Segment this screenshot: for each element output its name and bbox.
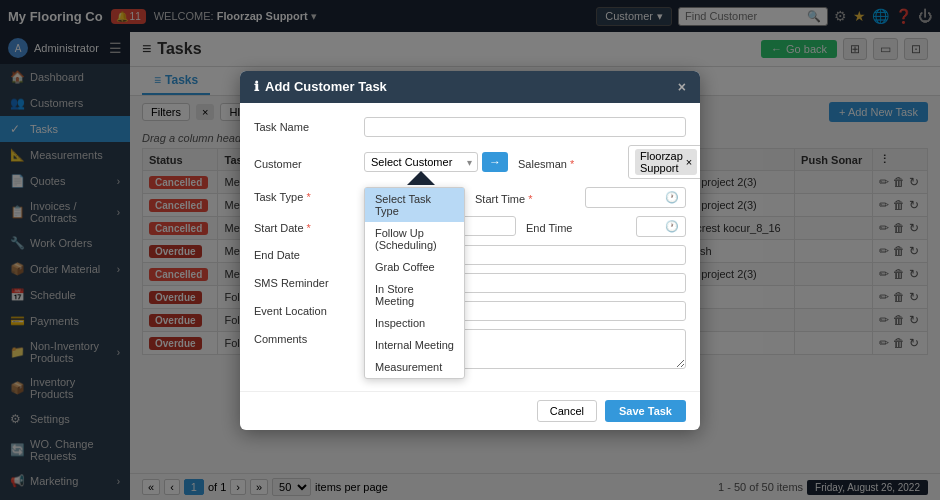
start-date-label: Start Date * [254,218,364,234]
task-name-input[interactable] [364,117,686,137]
form-row-eventlocation: Event Location [254,301,686,321]
salesman-label: Salesman * [518,154,628,170]
task-type-dropdown: Select Task Type Follow Up (Scheduling) … [364,187,465,379]
dropdown-item-select[interactable]: Select Task Type [365,188,464,222]
clock-icon: 🕐 [665,191,679,204]
event-location-label: Event Location [254,301,364,317]
customer-nav-button[interactable]: → [482,152,508,172]
dropdown-item-measurement[interactable]: Measurement [365,356,464,378]
dropdown-arrow-pointer [407,171,435,185]
modal-info-icon: ℹ [254,79,259,94]
form-row-comments: Comments [254,329,686,369]
cancel-button[interactable]: Cancel [537,400,597,422]
remove-salesman-icon[interactable]: × [686,156,692,168]
modal-footer: Cancel Save Task [240,391,700,430]
form-row-tasktype-starttime: Task Type * Select Task Type Follow Up (… [254,187,686,208]
dropdown-item-grabcoffee[interactable]: Grab Coffee [365,256,464,278]
modal-overlay: ℹ Add Customer Task × Task Name Customer… [0,0,940,500]
start-time-label: Start Time * [475,189,585,205]
sms-reminder-label: SMS Reminder [254,273,364,289]
dropdown-item-internalmtg[interactable]: Internal Meeting [365,334,464,356]
save-task-button[interactable]: Save Task [605,400,686,422]
form-row-enddate: End Date [254,245,686,265]
dropdown-item-inspection[interactable]: Inspection [365,312,464,334]
dropdown-item-followup[interactable]: Follow Up (Scheduling) [365,222,464,256]
salesman-field[interactable]: Floorzap Support × [628,145,700,179]
start-time-field[interactable]: 🕐 [585,187,686,208]
salesman-tag: Floorzap Support × [635,149,697,175]
customer-label: Customer [254,154,364,170]
customer-select[interactable]: Select Customer [364,152,478,172]
form-row-startdate-endtime: Start Date * End Time 🕐 [254,216,686,237]
modal-close-button[interactable]: × [678,79,686,95]
end-date-label: End Date [254,245,364,261]
form-row-sms: SMS Reminder [254,273,686,293]
modal-body: Task Name Customer Select Customer ▾ → [240,103,700,391]
modal-header-left: ℹ Add Customer Task [254,79,387,94]
modal-title: Add Customer Task [265,79,387,94]
comments-label: Comments [254,329,364,345]
form-row-customer-salesman: Customer Select Customer ▾ → Salesman * … [254,145,686,179]
dropdown-item-instoremtg[interactable]: In Store Meeting [365,278,464,312]
clock-icon-end: 🕐 [665,220,679,233]
task-type-label: Task Type * [254,187,364,203]
modal-header: ℹ Add Customer Task × [240,71,700,103]
add-customer-task-modal: ℹ Add Customer Task × Task Name Customer… [240,71,700,430]
form-row-taskname: Task Name [254,117,686,137]
end-time-label: End Time [526,218,636,234]
task-name-label: Task Name [254,117,364,133]
customer-select-wrapper: Select Customer ▾ → [364,152,508,172]
end-time-field[interactable]: 🕐 [636,216,686,237]
